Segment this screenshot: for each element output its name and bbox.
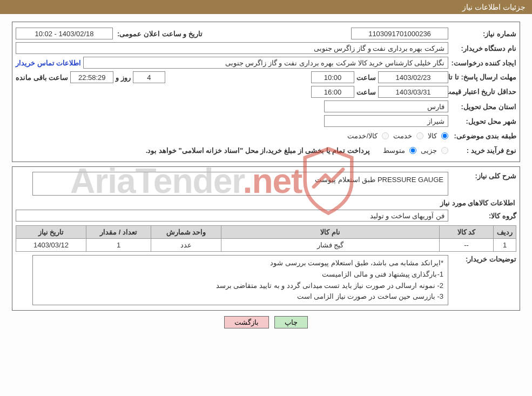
field-announce-datetime: 1403/02/18 - 10:02 <box>16 28 113 39</box>
field-deadline-date: 1403/02/23 <box>378 71 448 83</box>
radio-partial-label: جزیی <box>421 146 437 155</box>
print-button[interactable]: چاپ <box>274 316 308 328</box>
td-code: -- <box>440 239 494 252</box>
radio-goods-service[interactable] <box>382 132 389 139</box>
td-name: گیج فشار <box>221 239 440 252</box>
link-buyer-contact[interactable]: اطلاعات تماس خریدار <box>16 59 81 67</box>
content-area: شماره نیاز: 1103091701000236 تاریخ و ساع… <box>0 14 532 334</box>
radio-service[interactable] <box>416 132 423 139</box>
td-row: 1 <box>494 239 516 252</box>
section-items: شرح کلی نیاز: PRESSURE GAUGE طبق استعلام… <box>12 166 520 311</box>
panel-header-title: جزئیات اطلاعات نیاز <box>462 3 526 11</box>
field-creator: نگار خلیلی کارشناس خرید کالا شرکت بهره ب… <box>83 57 448 69</box>
field-buyer-org: شرکت بهره برداری نفت و گاز زاگرس جنوبی <box>16 42 448 54</box>
textarea-overall-desc[interactable]: PRESSURE GAUGE طبق استعلام پیوست <box>32 172 448 196</box>
td-unit: عدد <box>151 239 221 252</box>
label-need-number: شماره نیاز: <box>450 30 516 38</box>
items-table: ردیف کد کالا نام کالا واحد شمارش تعداد /… <box>16 225 516 252</box>
items-table-header-row: ردیف کد کالا نام کالا واحد شمارش تعداد /… <box>16 226 516 239</box>
label-creator: ایجاد کننده درخواست: <box>450 59 516 67</box>
radio-group-process: جزیی متوسط <box>383 146 448 155</box>
back-button[interactable]: بازگشت <box>224 316 269 328</box>
label-province: استان محل تحویل: <box>450 103 516 111</box>
label-validity: حداقل تاریخ اعتبار قیمت: تا تاریخ: <box>450 88 516 97</box>
radio-medium-label: متوسط <box>383 146 405 155</box>
label-process-type: نوع فرآیند خرید : <box>450 146 516 155</box>
field-province: فارس <box>324 100 448 112</box>
label-deadline: مهلت ارسال پاسخ: تا تاریخ: <box>450 73 516 82</box>
label-announce-datetime: تاریخ و ساعت اعلان عمومی: <box>115 30 203 38</box>
th-date: تاریخ نیاز <box>16 226 86 239</box>
th-unit: واحد شمارش <box>151 226 221 239</box>
field-need-number: 1103091701000236 <box>351 28 448 39</box>
label-goods-group: گروه کالا: <box>450 212 516 220</box>
field-days-left: 4 <box>133 71 165 83</box>
title-required-items: اطلاعات کالاهای مورد نیاز <box>17 199 515 207</box>
panel-header: جزئیات اطلاعات نیاز <box>0 0 532 14</box>
field-validity-time: 16:00 <box>311 86 354 98</box>
action-buttons: چاپ بازگشت <box>12 316 520 328</box>
th-row: ردیف <box>494 226 516 239</box>
table-row: 1 -- گیج فشار عدد 1 1403/03/12 <box>16 239 516 252</box>
label-time-2: ساعت <box>356 88 376 96</box>
radio-goods-label: کالا <box>428 132 437 140</box>
textarea-buyer-notes[interactable]: *ایرانکد مشابه می باشد، طبق استعلام پیوس… <box>32 255 448 305</box>
section-need-info: شماره نیاز: 1103091701000236 تاریخ و ساع… <box>12 22 520 162</box>
label-days-and: روز و <box>116 73 131 82</box>
radio-partial[interactable] <box>441 147 448 154</box>
radio-group-category: کالا خدمت کالا/خدمت <box>347 132 448 140</box>
td-qty: 1 <box>86 239 151 252</box>
payment-note: پرداخت تمام یا بخشی از مبلغ خرید،از محل … <box>146 146 370 155</box>
radio-goods-service-label: کالا/خدمت <box>347 132 378 140</box>
label-buyer-notes: توضیحات خریدار: <box>450 255 516 263</box>
label-city: شهر محل تحویل: <box>450 117 516 125</box>
td-date: 1403/03/12 <box>16 239 86 252</box>
field-countdown: 22:58:29 <box>70 71 113 83</box>
field-city: شیراز <box>324 115 448 127</box>
th-name: نام کالا <box>221 226 440 239</box>
field-goods-group: فن آوریهای ساخت و تولید <box>16 210 448 222</box>
radio-goods[interactable] <box>441 132 448 139</box>
th-code: کد کالا <box>440 226 494 239</box>
radio-medium[interactable] <box>409 147 416 154</box>
label-buyer-org: نام دستگاه خریدار: <box>450 44 516 52</box>
label-overall-desc: شرح کلی نیاز: <box>450 172 516 180</box>
th-qty: تعداد / مقدار <box>86 226 151 239</box>
label-category: طبقه بندی موضوعی: <box>450 132 516 140</box>
field-deadline-time: 10:00 <box>311 71 354 83</box>
label-time-1: ساعت <box>356 73 376 82</box>
field-validity-date: 1403/03/31 <box>378 86 448 98</box>
radio-service-label: خدمت <box>393 132 412 140</box>
label-remaining: ساعت باقی مانده <box>16 73 68 82</box>
